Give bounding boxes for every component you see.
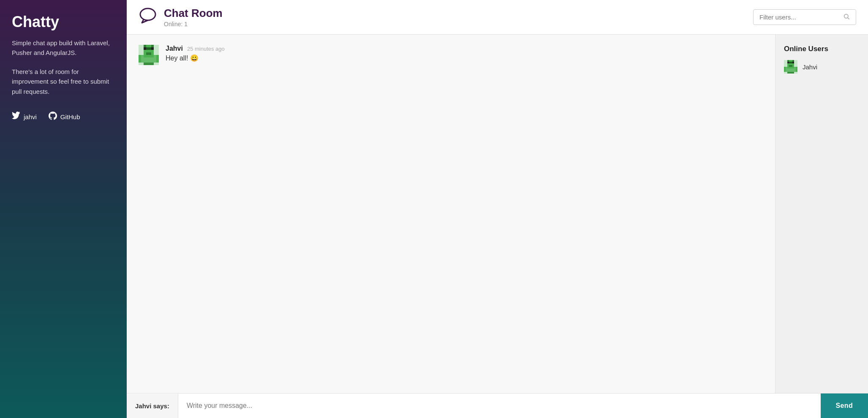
app-improvement: There's a lot of room for improvement so…	[12, 67, 115, 96]
svg-rect-13	[144, 55, 154, 57]
github-link[interactable]: GitHub	[49, 112, 80, 122]
svg-rect-14	[139, 55, 141, 63]
svg-rect-7	[146, 47, 149, 50]
messages-area: Jahvi 25 minutes ago Hey all! 😀	[127, 35, 775, 393]
svg-line-2	[848, 18, 849, 19]
svg-rect-30	[796, 67, 797, 72]
svg-rect-22	[789, 62, 791, 63]
svg-rect-11	[146, 52, 151, 55]
svg-rect-23	[791, 62, 792, 63]
svg-point-0	[140, 8, 155, 20]
search-icon	[843, 13, 850, 21]
svg-rect-15	[156, 55, 159, 63]
svg-rect-26	[789, 65, 792, 67]
social-links: jahvi GitHub	[12, 112, 115, 122]
twitter-username: jahvi	[24, 113, 37, 120]
message-input[interactable]	[178, 393, 821, 418]
svg-rect-8	[149, 47, 151, 50]
online-users-title: Online Users	[784, 45, 860, 53]
github-icon	[49, 112, 57, 122]
filter-users-input[interactable]	[759, 14, 840, 21]
chat-room-icon	[139, 6, 157, 28]
room-info: Chat Room Online: 1	[164, 7, 223, 27]
message-body: Jahvi 25 minutes ago Hey all! 😀	[166, 45, 225, 62]
main-area: Chat Room Online: 1	[127, 0, 868, 418]
message-input-bar: Jahvi says: Send	[127, 393, 868, 418]
svg-rect-17	[149, 63, 154, 65]
github-label: GitHub	[60, 113, 80, 120]
svg-rect-16	[144, 63, 149, 65]
message-item: Jahvi 25 minutes ago Hey all! 😀	[139, 45, 763, 65]
twitter-link[interactable]: jahvi	[12, 112, 37, 122]
svg-rect-9	[144, 47, 146, 50]
avatar	[139, 45, 159, 65]
svg-rect-10	[151, 47, 154, 50]
svg-rect-29	[784, 67, 786, 72]
online-user-name: Jahvi	[803, 63, 817, 71]
message-username: Jahvi	[166, 45, 183, 52]
sender-label: Jahvi says:	[127, 394, 178, 418]
online-user-avatar	[784, 60, 797, 74]
send-button[interactable]: Send	[821, 393, 868, 418]
svg-rect-28	[787, 67, 794, 68]
header-left: Chat Room Online: 1	[139, 6, 223, 28]
online-user-item: Jahvi	[784, 60, 860, 74]
online-users-panel: Online Users	[775, 35, 868, 393]
message-text: Hey all! 😀	[166, 54, 225, 62]
svg-rect-24	[787, 62, 789, 63]
svg-rect-25	[792, 62, 794, 63]
svg-rect-31	[787, 72, 791, 74]
message-header: Jahvi 25 minutes ago	[166, 45, 225, 52]
filter-box[interactable]	[753, 9, 856, 25]
sidebar: Chatty Simple chat app build with Larave…	[0, 0, 127, 418]
svg-rect-32	[791, 72, 794, 74]
svg-rect-5	[144, 45, 146, 47]
svg-rect-6	[151, 45, 154, 47]
message-time: 25 minutes ago	[187, 46, 225, 52]
header: Chat Room Online: 1	[127, 0, 868, 35]
svg-rect-21	[792, 60, 794, 62]
app-description: Simple chat app build with Laravel, Push…	[12, 38, 115, 58]
content-area: Jahvi 25 minutes ago Hey all! 😀 Online U…	[127, 35, 868, 393]
twitter-icon	[12, 112, 20, 122]
room-online-status: Online: 1	[164, 21, 223, 27]
svg-rect-20	[787, 60, 789, 62]
room-title: Chat Room	[164, 7, 223, 20]
app-title: Chatty	[12, 14, 115, 30]
svg-point-1	[844, 14, 848, 18]
